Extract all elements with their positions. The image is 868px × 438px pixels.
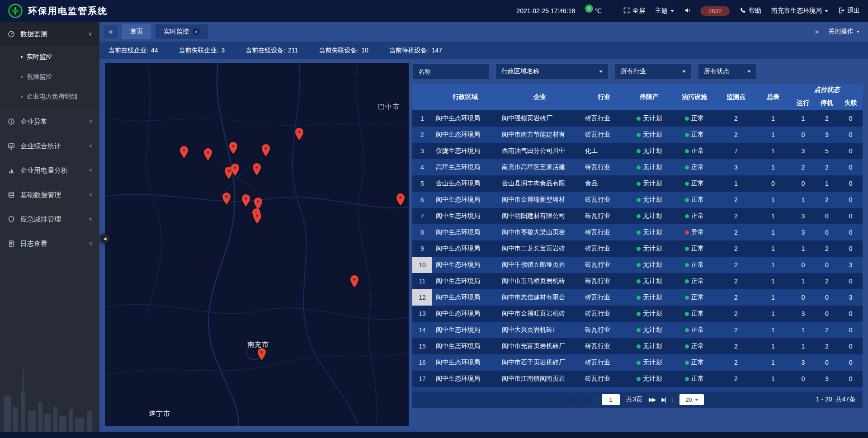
help-button[interactable]: 帮助 xyxy=(740,7,761,15)
tabs-scroll-right-button[interactable]: » xyxy=(810,25,824,38)
status-dot-icon xyxy=(637,328,641,332)
tabs-scroll-left-button[interactable]: « xyxy=(104,25,118,38)
col-stop-header: 停机 xyxy=(815,96,839,110)
table-row[interactable]: 14阆中生态环境局阆中大兴页岩机砖厂砖瓦行业无计划正常21120 xyxy=(412,322,863,338)
table-row[interactable]: 7阆中生态环境局阆中明阳建材有限公司砖瓦行业无计划正常21300 xyxy=(412,208,863,224)
row-industry: 砖瓦行业 xyxy=(581,261,627,269)
sidebar-group-company-abnormal[interactable]: 企业异常 < xyxy=(0,109,99,134)
stat-online-devices: 当前在线设备:211 xyxy=(245,47,298,55)
map-pin-icon[interactable] xyxy=(295,127,304,141)
row-disconnected: 0 xyxy=(839,212,863,220)
map-pin-icon[interactable] xyxy=(241,194,250,207)
map-pin-icon[interactable] xyxy=(179,146,189,159)
fullscreen-button[interactable]: 全屏 xyxy=(623,7,645,15)
row-running: 3 xyxy=(791,359,815,366)
map-pin-icon[interactable] xyxy=(203,148,213,161)
row-facility-status: 正常 xyxy=(672,358,717,367)
row-disconnected: 0 xyxy=(839,343,863,350)
sidebar-item-power-load-detail[interactable]: 企业电力负荷明细 xyxy=(0,87,99,107)
close-operations-menu[interactable]: 关闭操作 xyxy=(828,28,860,36)
map-panel[interactable]: 巴中市南充市遂宁市 ◀ xyxy=(105,63,409,426)
map-pin-icon[interactable] xyxy=(261,144,271,157)
status-dot-icon xyxy=(637,361,641,365)
map-pin-icon[interactable] xyxy=(231,163,240,176)
next-page-button[interactable]: ▶▶ xyxy=(649,396,655,403)
tab-realtime-monitoring[interactable]: 实时监控 × xyxy=(156,24,208,39)
map-pin-icon[interactable] xyxy=(228,141,238,155)
sidebar-group-base-data[interactable]: 基础数据管理 < xyxy=(0,183,99,207)
status-dot-icon xyxy=(685,344,689,349)
sidebar-group-company-statistics[interactable]: 企业综合统计 < xyxy=(0,134,99,158)
sidebar-item-video-monitoring[interactable]: 视频监控 xyxy=(0,67,99,87)
table-row[interactable]: 4高坪生态环境局南充市高坪区王家店建砖瓦行业无计划正常31220 xyxy=(412,159,863,175)
table-row[interactable]: 9阆中生态环境局阆中市二龙长宝页岩砖砖瓦行业无计划正常21120 xyxy=(412,240,863,257)
map-pin-icon[interactable] xyxy=(252,163,262,176)
table-row[interactable]: 11阆中生态环境局阆中市五马桥页岩机砖砖瓦行业无计划正常21120 xyxy=(412,273,863,289)
row-monitor-points: 2 xyxy=(717,343,755,350)
table-row[interactable]: 17阆中生态环境局阆中市江南镇阆南页岩砖瓦行业无计划正常21030 xyxy=(412,371,863,387)
row-facility-status: 正常 xyxy=(672,342,717,350)
region-filter-select[interactable]: 行政区域名称 xyxy=(495,63,609,80)
row-limit-status: 无计划 xyxy=(627,375,672,383)
row-index: 13 xyxy=(412,306,432,322)
sound-button[interactable] xyxy=(684,7,690,15)
sidebar-group-data-monitoring[interactable]: 数据监测 ∨ xyxy=(0,22,99,46)
table-row[interactable]: 5营山生态环境局营山县润丰肉食品有限食品无计划正常10010 xyxy=(412,175,863,192)
row-industry: 砖瓦行业 xyxy=(581,342,627,350)
map-city-label: 南充市 xyxy=(247,340,269,349)
table-row[interactable]: 16阆中生态环境局阆中市石子页岩机砖厂砖瓦行业无计划正常21300 xyxy=(412,354,863,371)
table-row[interactable]: 12阆中生态环境局阆中市忠信建材有限公砖瓦行业无计划正常21003 xyxy=(412,289,863,306)
row-stopped: 0 xyxy=(815,294,839,301)
prev-page-button[interactable]: ◀◀ xyxy=(581,396,587,403)
stat-offline-devices: 当前失联设备:10 xyxy=(319,47,368,55)
row-monitor-points: 1 xyxy=(717,180,755,187)
theme-menu[interactable]: 主题 xyxy=(655,7,674,15)
map-pin-icon[interactable] xyxy=(396,193,405,206)
map-pin-icon[interactable] xyxy=(349,275,359,288)
sidebar-group-log-view[interactable]: 日志查看 < xyxy=(0,231,99,256)
industry-filter-select[interactable]: 所有行业 xyxy=(615,63,692,80)
table-row[interactable]: 15阆中生态环境局阆中市光富页岩机砖厂砖瓦行业无计划正常21120 xyxy=(412,338,863,354)
first-page-button[interactable]: |◀ xyxy=(571,396,575,403)
row-disconnected: 0 xyxy=(839,147,863,155)
alert-count-badge[interactable]: 2632 xyxy=(700,6,730,16)
map-pin-icon[interactable] xyxy=(257,348,266,361)
bullet-icon xyxy=(21,96,23,98)
table-row[interactable]: 1阆中生态环境局阆中强锐页岩砖厂砖瓦行业无计划正常21120 xyxy=(412,110,863,127)
sidebar-group-power-analysis[interactable]: 企业用电量分析 < xyxy=(0,158,99,183)
table-row[interactable]: 6阆中生态环境局阆中市金博瑞新型墙材砖瓦行业无计划正常21120 xyxy=(412,192,863,208)
sidebar-group-emergency-reduction[interactable]: 应急减排管理 < xyxy=(0,207,99,231)
last-page-button[interactable]: ▶| xyxy=(661,396,665,403)
row-index: 15 xyxy=(412,338,432,354)
topbar: 环保用电监管系统 2021-02-25 17:46:18 0 ℃ 全屏 主题 xyxy=(0,0,868,22)
chevron-left-icon: < xyxy=(89,216,92,222)
map-pin-icon[interactable] xyxy=(222,192,231,205)
logout-button[interactable]: 退出 xyxy=(838,7,860,15)
temperature-value: 0 xyxy=(585,5,593,13)
table-row[interactable]: 13阆中生态环境局阆中市金福旺页岩机砖砖瓦行业无计划正常21300 xyxy=(412,306,863,322)
row-limit-status: 无计划 xyxy=(627,342,672,350)
table-row[interactable]: 18南部生态环境局南部县双佛镇大河页岩砖瓦行业无计划正常21030 xyxy=(412,387,863,391)
page-number-input[interactable]: 1 xyxy=(602,394,620,405)
status-dot-icon xyxy=(685,361,689,365)
status-filter-select[interactable]: 所有状态 xyxy=(698,63,757,80)
sidebar-item-realtime-monitoring[interactable]: 实时监控 xyxy=(0,47,99,67)
status-dot-icon xyxy=(685,182,689,186)
map-pin-icon[interactable] xyxy=(253,211,262,224)
page-size-select[interactable]: 20 xyxy=(679,394,704,405)
table-row[interactable]: 10阆中生态环境局阆中千佛镇五郎垭页岩砖瓦行业无计划正常21003 xyxy=(412,257,863,273)
tab-home[interactable]: 首页 xyxy=(122,24,151,39)
org-menu[interactable]: 南充市生态环境局 xyxy=(771,7,828,15)
row-industry: 砖瓦行业 xyxy=(581,196,627,204)
close-tab-icon[interactable]: × xyxy=(193,28,200,35)
row-facility-status: 正常 xyxy=(672,375,717,383)
table-row[interactable]: 3仪陇生态环境局西南油气田分公司川中化工无计划正常71350 xyxy=(412,143,863,159)
row-index: 18 xyxy=(412,387,432,391)
row-stopped: 2 xyxy=(815,115,839,122)
table-row[interactable]: 8阆中生态环境局阆中市枣碧大梁山页岩砖瓦行业无计划异常21300 xyxy=(412,224,863,240)
row-disconnected: 0 xyxy=(839,131,863,138)
table-row[interactable]: 2阆中生态环境局阆中市南方节能建材有砖瓦行业无计划正常21030 xyxy=(412,127,863,143)
name-filter-input[interactable] xyxy=(412,63,489,80)
status-dot-icon xyxy=(637,165,641,170)
status-dot-icon xyxy=(637,133,641,137)
